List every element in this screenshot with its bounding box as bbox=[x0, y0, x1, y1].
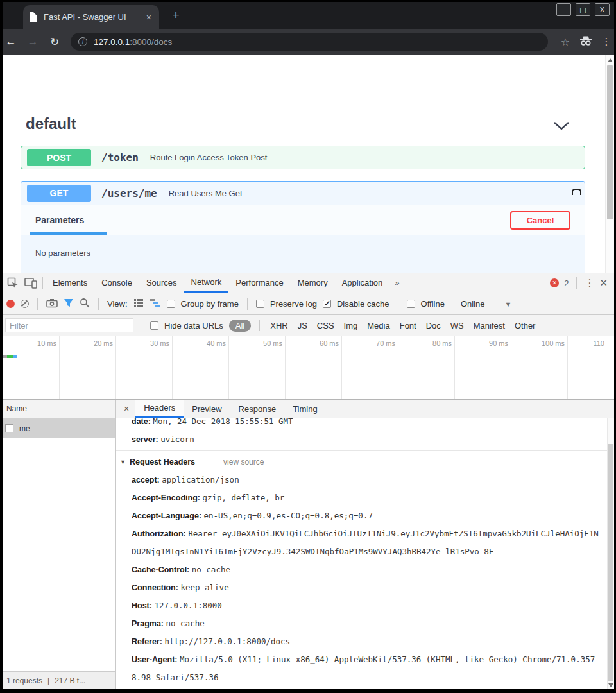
request-header-line: Pragma: no-cache bbox=[116, 615, 607, 633]
request-headers-section[interactable]: ▼ Request Headers view source bbox=[116, 453, 607, 471]
filter-type-xhr[interactable]: XHR bbox=[268, 321, 289, 330]
parameters-tab-underline bbox=[30, 232, 107, 235]
filter-funnel-icon[interactable] bbox=[64, 298, 74, 309]
forward-button[interactable]: → bbox=[22, 35, 44, 48]
details-tab-timing[interactable]: Timing bbox=[284, 400, 326, 418]
preserve-log-label: Preserve log bbox=[270, 299, 317, 309]
details-scrollbar[interactable] bbox=[607, 418, 614, 690]
disable-cache-label: Disable cache bbox=[337, 299, 389, 309]
group-by-frame-checkbox[interactable] bbox=[167, 300, 175, 308]
devtools-menu-icon[interactable]: ⋮ bbox=[585, 277, 594, 289]
window-close-button[interactable]: X bbox=[595, 3, 610, 16]
request-waterfall-bar[interactable] bbox=[2, 355, 17, 358]
capture-screenshots-icon[interactable] bbox=[46, 298, 58, 310]
devtools-tab-network[interactable]: Network bbox=[184, 273, 229, 293]
filter-type-ws[interactable]: WS bbox=[449, 321, 466, 330]
offline-checkbox[interactable] bbox=[407, 300, 415, 308]
request-row-me[interactable]: me bbox=[0, 418, 116, 438]
details-tab-response[interactable]: Response bbox=[230, 400, 285, 418]
browser-titlebar: Fast API - Swagger UI × + − ▢ X bbox=[0, 0, 616, 29]
section-collapse-chevron-icon[interactable] bbox=[553, 121, 570, 133]
network-overview-timeline[interactable]: 10 ms 20 ms 30 ms 40 ms 50 ms 60 ms 70 m… bbox=[0, 336, 614, 400]
error-badge-icon[interactable]: ✕ bbox=[550, 278, 559, 287]
devtools-tab-memory[interactable]: Memory bbox=[291, 273, 335, 293]
back-button[interactable]: ← bbox=[0, 35, 22, 48]
filter-type-other[interactable]: Other bbox=[513, 321, 538, 330]
timeline-tick: 40 ms bbox=[175, 339, 226, 347]
devtools-tab-console[interactable]: Console bbox=[94, 273, 139, 293]
details-tab-headers[interactable]: Headers bbox=[135, 400, 184, 418]
preserve-log-checkbox[interactable] bbox=[256, 300, 264, 308]
file-type-icon bbox=[5, 424, 13, 432]
dropdown-arrow-icon[interactable]: ▼ bbox=[504, 300, 511, 308]
devtools-tab-sources[interactable]: Sources bbox=[139, 273, 184, 293]
disclosure-triangle-icon[interactable]: ▼ bbox=[120, 453, 126, 471]
view-source-link[interactable]: view source bbox=[223, 453, 264, 471]
devtools-tab-elements[interactable]: Elements bbox=[46, 273, 94, 293]
tab-close-icon[interactable]: × bbox=[145, 12, 153, 22]
hide-data-urls-label: Hide data URLs bbox=[164, 321, 223, 330]
browser-tab[interactable]: Fast API - Swagger UI × bbox=[23, 5, 159, 29]
view-waterfall-icon[interactable] bbox=[150, 298, 161, 309]
disable-cache-checkbox[interactable] bbox=[323, 300, 331, 308]
group-by-frame-label: Group by frame bbox=[181, 299, 239, 309]
network-toolbar: View: Group by frame Preserve log Disabl… bbox=[0, 293, 614, 315]
close-details-icon[interactable]: × bbox=[116, 404, 135, 414]
scrollbar-up-arrow-icon[interactable] bbox=[608, 58, 613, 62]
device-toolbar-icon[interactable] bbox=[22, 278, 40, 289]
search-icon[interactable] bbox=[80, 298, 90, 310]
bookmark-star-icon[interactable]: ☆ bbox=[556, 36, 575, 48]
error-count: 2 bbox=[564, 278, 569, 288]
name-column-header[interactable]: Name bbox=[0, 400, 116, 418]
request-header-line: Accept-Encoding: gzip, deflate, br bbox=[116, 489, 607, 507]
inspect-element-icon[interactable] bbox=[4, 277, 22, 289]
record-button[interactable] bbox=[6, 300, 15, 308]
parameters-label: Parameters bbox=[35, 215, 84, 225]
endpoint-post-token[interactable]: POST /token Route Login Access Token Pos… bbox=[21, 146, 585, 169]
filter-type-img[interactable]: Img bbox=[342, 321, 360, 330]
window-minimize-button[interactable]: − bbox=[556, 3, 571, 16]
headers-content[interactable]: date: Mon, 24 Dec 2018 15:55:51 GMT serv… bbox=[116, 418, 607, 690]
request-header-line: Connection: keep-alive bbox=[116, 579, 607, 597]
hide-data-urls-checkbox[interactable] bbox=[150, 321, 158, 330]
devtools-tab-performance[interactable]: Performance bbox=[228, 273, 290, 293]
page-scrollbar[interactable] bbox=[605, 55, 614, 273]
filter-type-css[interactable]: CSS bbox=[315, 321, 336, 330]
section-divider bbox=[21, 141, 585, 141]
browser-menu-icon[interactable]: ⋮ bbox=[597, 36, 616, 47]
details-tab-preview[interactable]: Preview bbox=[184, 400, 230, 418]
throttling-dropdown[interactable]: Online bbox=[461, 299, 485, 309]
filter-input[interactable] bbox=[5, 318, 133, 332]
request-header-line: Authorization: Bearer eyJ0eXAiOiJKV1QiLC… bbox=[116, 525, 607, 561]
swagger-page: default POST /token Route Login Access T… bbox=[0, 55, 606, 273]
filter-type-font[interactable]: Font bbox=[398, 321, 418, 330]
url-host: 127.0.0.1 bbox=[94, 37, 130, 47]
filter-type-media[interactable]: Media bbox=[365, 321, 391, 330]
filter-type-doc[interactable]: Doc bbox=[424, 321, 443, 330]
request-count: 1 requests bbox=[6, 676, 42, 685]
site-info-icon[interactable]: i bbox=[78, 37, 87, 46]
more-tabs-icon[interactable]: » bbox=[389, 273, 404, 293]
view-list-icon[interactable] bbox=[133, 298, 144, 310]
timeline-tick: 10 ms bbox=[5, 339, 56, 347]
address-bar[interactable]: i 127.0.0.1 :8000/docs bbox=[71, 33, 548, 51]
scrollbar-thumb[interactable] bbox=[608, 444, 613, 681]
devtools-close-icon[interactable]: ✕ bbox=[599, 277, 608, 289]
scrollbar-thumb[interactable] bbox=[607, 65, 613, 219]
devtools-tab-application[interactable]: Application bbox=[335, 273, 390, 293]
window-maximize-button[interactable]: ▢ bbox=[576, 3, 590, 16]
scrollbar-down-arrow-icon[interactable] bbox=[608, 683, 613, 687]
clear-requests-icon[interactable] bbox=[21, 300, 29, 308]
devtools-main-toolbar: Elements Console Sources Network Perform… bbox=[0, 273, 614, 293]
timeline-tick: 30 ms bbox=[118, 339, 169, 347]
reload-button[interactable]: ↻ bbox=[44, 35, 65, 49]
filter-type-all[interactable]: All bbox=[229, 320, 251, 332]
filter-type-js[interactable]: JS bbox=[296, 321, 309, 330]
response-header-line: server: uvicorn bbox=[116, 431, 607, 449]
new-tab-button[interactable]: + bbox=[168, 8, 184, 23]
timeline-tick: 80 ms bbox=[400, 339, 452, 347]
cancel-button[interactable]: Cancel bbox=[510, 211, 570, 230]
endpoint-summary: Route Login Access Token Post bbox=[150, 153, 268, 162]
filter-type-manifest[interactable]: Manifest bbox=[472, 321, 507, 330]
endpoint-header[interactable]: GET /users/me Read Users Me Get bbox=[21, 182, 585, 205]
